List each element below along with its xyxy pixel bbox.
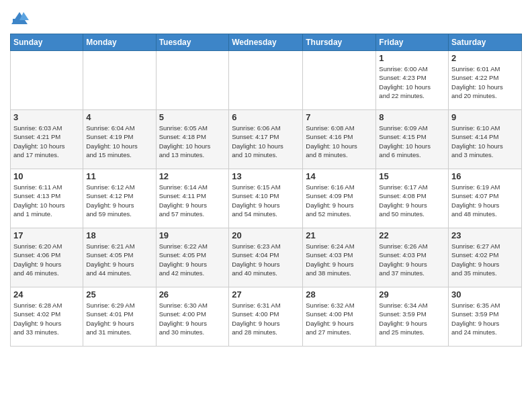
day-info: Sunrise: 6:11 AMSunset: 4:13 PMDaylight:…: [13, 183, 80, 218]
day-cell: 8Sunrise: 6:09 AMSunset: 4:15 PMDaylight…: [376, 110, 449, 169]
day-info: Sunrise: 6:24 AMSunset: 4:03 PMDaylight:…: [306, 242, 373, 277]
day-cell: [156, 51, 229, 110]
day-info: Sunrise: 6:15 AMSunset: 4:10 PMDaylight:…: [232, 183, 300, 218]
day-number: 30: [451, 289, 519, 300]
day-number: 24: [13, 289, 80, 300]
weekday-header-friday: Friday: [376, 34, 449, 51]
day-info: Sunrise: 6:26 AMSunset: 4:03 PMDaylight:…: [379, 242, 445, 277]
day-number: 25: [86, 289, 152, 300]
day-cell: 23Sunrise: 6:27 AMSunset: 4:02 PMDayligh…: [449, 228, 522, 287]
day-cell: 24Sunrise: 6:28 AMSunset: 4:02 PMDayligh…: [11, 287, 83, 347]
day-info: Sunrise: 6:14 AMSunset: 4:11 PMDaylight:…: [159, 183, 226, 218]
day-info: Sunrise: 6:20 AMSunset: 4:06 PMDaylight:…: [13, 242, 80, 277]
day-info: Sunrise: 6:30 AMSunset: 4:00 PMDaylight:…: [159, 301, 226, 336]
day-number: 29: [379, 289, 445, 300]
weekday-header-monday: Monday: [83, 34, 156, 51]
day-info: Sunrise: 6:32 AMSunset: 4:00 PMDaylight:…: [306, 301, 373, 336]
day-cell: 28Sunrise: 6:32 AMSunset: 4:00 PMDayligh…: [303, 287, 376, 347]
day-cell: 26Sunrise: 6:30 AMSunset: 4:00 PMDayligh…: [156, 287, 229, 347]
day-cell: 5Sunrise: 6:05 AMSunset: 4:18 PMDaylight…: [156, 110, 229, 169]
day-cell: 12Sunrise: 6:14 AMSunset: 4:11 PMDayligh…: [156, 169, 229, 228]
day-cell: 19Sunrise: 6:22 AMSunset: 4:05 PMDayligh…: [156, 228, 229, 287]
day-number: 2: [451, 53, 519, 63]
day-number: 9: [451, 112, 519, 122]
day-info: Sunrise: 6:21 AMSunset: 4:05 PMDaylight:…: [86, 242, 152, 277]
day-number: 1: [379, 53, 445, 63]
day-info: Sunrise: 6:35 AMSunset: 3:59 PMDaylight:…: [451, 301, 519, 336]
day-cell: 6Sunrise: 6:06 AMSunset: 4:17 PMDaylight…: [229, 110, 303, 169]
day-number: 10: [13, 171, 80, 181]
day-cell: [83, 51, 156, 110]
day-info: Sunrise: 6:06 AMSunset: 4:17 PMDaylight:…: [232, 124, 300, 159]
day-number: 15: [379, 171, 445, 181]
calendar-table: SundayMondayTuesdayWednesdayThursdayFrid…: [10, 34, 522, 347]
day-info: Sunrise: 6:28 AMSunset: 4:02 PMDaylight:…: [13, 301, 80, 336]
day-number: 5: [159, 112, 226, 122]
day-cell: 7Sunrise: 6:08 AMSunset: 4:16 PMDaylight…: [303, 110, 376, 169]
header-area: [10, 7, 522, 28]
day-info: Sunrise: 6:27 AMSunset: 4:02 PMDaylight:…: [451, 242, 519, 277]
day-info: Sunrise: 6:31 AMSunset: 4:00 PMDaylight:…: [232, 301, 300, 336]
day-number: 23: [451, 230, 519, 240]
day-info: Sunrise: 6:05 AMSunset: 4:18 PMDaylight:…: [159, 124, 226, 159]
day-cell: 22Sunrise: 6:26 AMSunset: 4:03 PMDayligh…: [376, 228, 449, 287]
day-number: 27: [232, 289, 300, 300]
day-info: Sunrise: 6:04 AMSunset: 4:19 PMDaylight:…: [86, 124, 152, 159]
day-number: 26: [159, 289, 226, 300]
day-number: 8: [379, 112, 445, 122]
day-number: 17: [13, 230, 80, 240]
day-number: 28: [306, 289, 373, 300]
day-cell: 1Sunrise: 6:00 AMSunset: 4:23 PMDaylight…: [376, 51, 449, 110]
day-cell: 10Sunrise: 6:11 AMSunset: 4:13 PMDayligh…: [11, 169, 83, 228]
day-number: 16: [451, 171, 519, 181]
week-row-1: 1Sunrise: 6:00 AMSunset: 4:23 PMDaylight…: [11, 51, 522, 110]
day-cell: [303, 51, 376, 110]
week-row-5: 24Sunrise: 6:28 AMSunset: 4:02 PMDayligh…: [11, 287, 522, 347]
day-cell: 15Sunrise: 6:17 AMSunset: 4:08 PMDayligh…: [376, 169, 449, 228]
day-number: 12: [159, 171, 226, 181]
day-cell: 30Sunrise: 6:35 AMSunset: 3:59 PMDayligh…: [449, 287, 522, 347]
day-info: Sunrise: 6:22 AMSunset: 4:05 PMDaylight:…: [159, 242, 226, 277]
day-number: 3: [13, 112, 80, 122]
day-cell: 25Sunrise: 6:29 AMSunset: 4:01 PMDayligh…: [83, 287, 156, 347]
day-info: Sunrise: 6:34 AMSunset: 3:59 PMDaylight:…: [379, 301, 445, 336]
day-cell: 9Sunrise: 6:10 AMSunset: 4:14 PMDaylight…: [449, 110, 522, 169]
day-number: 20: [232, 230, 300, 240]
weekday-header-wednesday: Wednesday: [229, 34, 303, 51]
day-cell: 29Sunrise: 6:34 AMSunset: 3:59 PMDayligh…: [376, 287, 449, 347]
day-number: 18: [86, 230, 152, 240]
day-info: Sunrise: 6:23 AMSunset: 4:04 PMDaylight:…: [232, 242, 300, 277]
day-info: Sunrise: 6:01 AMSunset: 4:22 PMDaylight:…: [451, 64, 519, 100]
day-number: 11: [86, 171, 152, 181]
day-info: Sunrise: 6:29 AMSunset: 4:01 PMDaylight:…: [86, 301, 152, 336]
logo-icon: [10, 9, 29, 28]
day-cell: 3Sunrise: 6:03 AMSunset: 4:21 PMDaylight…: [11, 110, 83, 169]
week-row-2: 3Sunrise: 6:03 AMSunset: 4:21 PMDaylight…: [11, 110, 522, 169]
day-cell: 18Sunrise: 6:21 AMSunset: 4:05 PMDayligh…: [83, 228, 156, 287]
day-cell: 13Sunrise: 6:15 AMSunset: 4:10 PMDayligh…: [229, 169, 303, 228]
day-info: Sunrise: 6:17 AMSunset: 4:08 PMDaylight:…: [379, 183, 445, 218]
day-cell: 11Sunrise: 6:12 AMSunset: 4:12 PMDayligh…: [83, 169, 156, 228]
day-number: 6: [232, 112, 300, 122]
weekday-header-thursday: Thursday: [303, 34, 376, 51]
day-cell: 20Sunrise: 6:23 AMSunset: 4:04 PMDayligh…: [229, 228, 303, 287]
day-number: 19: [159, 230, 226, 240]
day-cell: 16Sunrise: 6:19 AMSunset: 4:07 PMDayligh…: [449, 169, 522, 228]
svg-rect-3: [13, 19, 18, 24]
page-container: SundayMondayTuesdayWednesdayThursdayFrid…: [0, 0, 532, 353]
day-number: 13: [232, 171, 300, 181]
day-number: 4: [86, 112, 152, 122]
day-cell: [229, 51, 303, 110]
day-info: Sunrise: 6:00 AMSunset: 4:23 PMDaylight:…: [379, 64, 445, 100]
day-info: Sunrise: 6:03 AMSunset: 4:21 PMDaylight:…: [13, 124, 80, 159]
week-row-4: 17Sunrise: 6:20 AMSunset: 4:06 PMDayligh…: [11, 228, 522, 287]
day-info: Sunrise: 6:16 AMSunset: 4:09 PMDaylight:…: [306, 183, 373, 218]
day-cell: 21Sunrise: 6:24 AMSunset: 4:03 PMDayligh…: [303, 228, 376, 287]
day-info: Sunrise: 6:12 AMSunset: 4:12 PMDaylight:…: [86, 183, 152, 218]
day-info: Sunrise: 6:10 AMSunset: 4:14 PMDaylight:…: [451, 124, 519, 159]
day-info: Sunrise: 6:09 AMSunset: 4:15 PMDaylight:…: [379, 124, 445, 159]
day-cell: 27Sunrise: 6:31 AMSunset: 4:00 PMDayligh…: [229, 287, 303, 347]
day-cell: 14Sunrise: 6:16 AMSunset: 4:09 PMDayligh…: [303, 169, 376, 228]
day-cell: [11, 51, 83, 110]
day-cell: 17Sunrise: 6:20 AMSunset: 4:06 PMDayligh…: [11, 228, 83, 287]
